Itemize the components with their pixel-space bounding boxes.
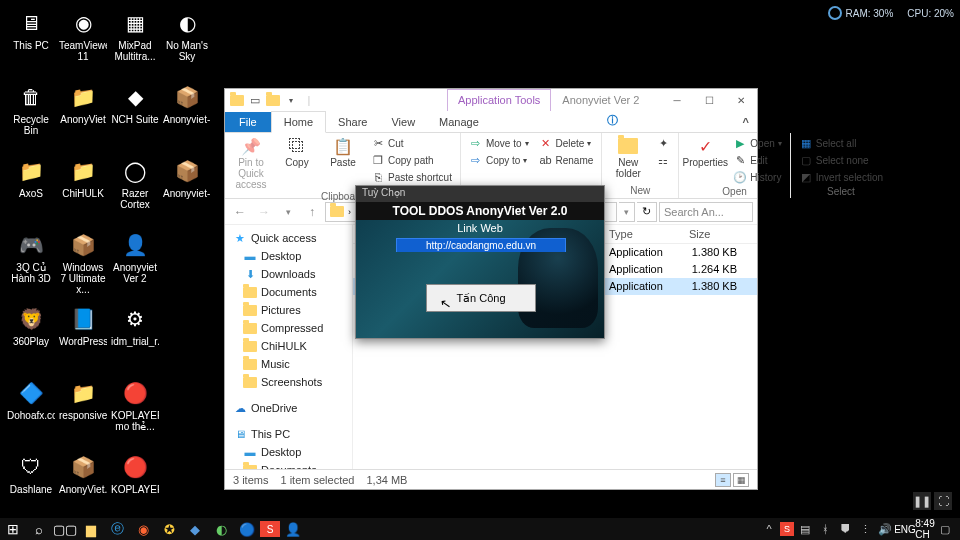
tray-sound-icon[interactable]: 🔊: [876, 518, 894, 540]
desktop-icon[interactable]: 📁AxoS: [6, 154, 56, 224]
up-button[interactable]: ↑: [301, 201, 323, 223]
task-app1[interactable]: ◉: [130, 518, 156, 540]
minimize-button[interactable]: ─: [661, 89, 693, 111]
open-button[interactable]: ▶Open ▾: [731, 135, 783, 151]
task-app3[interactable]: ◆: [182, 518, 208, 540]
qat-dropdown-icon[interactable]: ▾: [283, 92, 299, 108]
copy-button[interactable]: ⿻Copy: [277, 135, 317, 168]
tab-manage[interactable]: Manage: [427, 112, 491, 132]
tab-file[interactable]: File: [225, 112, 271, 132]
desktop-icon[interactable]: 🗑Recycle Bin: [6, 80, 56, 150]
tab-home[interactable]: Home: [271, 111, 326, 133]
nav-compressed[interactable]: Compressed: [225, 319, 352, 337]
tray-app-icon[interactable]: S: [780, 522, 794, 536]
tray-clock[interactable]: 8:49 CH: [916, 518, 934, 540]
forward-button[interactable]: →: [253, 201, 275, 223]
desktop-icon[interactable]: 📁ChiHULK: [58, 154, 108, 224]
start-button[interactable]: ⊞: [0, 518, 26, 540]
desktop-icon[interactable]: 🔴KOPLAYER mo thẻ...: [110, 376, 160, 446]
nav-quick[interactable]: ★Quick access: [225, 229, 352, 247]
nav-desktop2[interactable]: ▬Desktop: [225, 443, 352, 461]
nav-documents2[interactable]: Documents: [225, 461, 352, 469]
newfolder-button[interactable]: New folder: [608, 135, 648, 179]
newitem-button[interactable]: ✦: [654, 135, 672, 151]
history-button[interactable]: 🕑History: [731, 169, 783, 185]
desktop-icon[interactable]: 📦Windows 7 Ultimate x...: [58, 228, 108, 298]
nav-screenshots[interactable]: Screenshots: [225, 373, 352, 391]
task-app5[interactable]: S: [260, 521, 280, 537]
nav-onedrive[interactable]: ☁OneDrive: [225, 399, 352, 417]
tray-network-icon[interactable]: ▤: [796, 518, 814, 540]
desktop-icon[interactable]: 📁AnonyViet: [58, 80, 108, 150]
task-edge[interactable]: ⓔ: [104, 518, 130, 540]
delete-button[interactable]: ✕Delete ▾: [537, 135, 596, 151]
view-large-button[interactable]: ▦: [733, 473, 749, 487]
tray-bt-icon[interactable]: ᚼ: [816, 518, 834, 540]
selectall-button[interactable]: ▦Select all: [797, 135, 885, 151]
tool-window[interactable]: Tuỳ Chọn TOOL DDOS AnonyViet Ver 2.0 Lin…: [355, 185, 605, 339]
desktop-icon[interactable]: 🛡Dashlane: [6, 450, 56, 520]
context-tab-apptools[interactable]: Application Tools: [447, 89, 551, 111]
tab-share[interactable]: Share: [326, 112, 379, 132]
nav-chihulk[interactable]: ChiHULK: [225, 337, 352, 355]
nav-desktop[interactable]: ▬Desktop: [225, 247, 352, 265]
task-app4[interactable]: ◐: [208, 518, 234, 540]
moveto-button[interactable]: ⇨Move to ▾: [467, 135, 531, 151]
invert-button[interactable]: ◩Invert selection: [797, 169, 885, 185]
back-button[interactable]: ←: [229, 201, 251, 223]
task-tool[interactable]: 👤: [280, 518, 306, 540]
tray-up-icon[interactable]: ^: [760, 518, 778, 540]
cut-button[interactable]: ✂Cut: [369, 135, 454, 151]
titlebar[interactable]: ▭ ▾ | Application Tools Anonyviet Ver 2 …: [225, 89, 757, 111]
desktop-icon[interactable]: ⚙idm_trial_r...: [110, 302, 160, 372]
desktop-icon[interactable]: 📁responsive-...: [58, 376, 108, 446]
refresh-button[interactable]: ↻: [637, 202, 657, 222]
pause-button[interactable]: ❚❚: [913, 492, 931, 510]
desktop-icon[interactable]: 🎮3Q Củ Hành 3D: [6, 228, 56, 298]
tool-menu[interactable]: Tuỳ Chọn: [356, 186, 604, 202]
task-explorer[interactable]: ▆: [78, 518, 104, 540]
desktop-icon[interactable]: 🔷Dohoafx.co...: [6, 376, 56, 446]
desktop-icon[interactable]: ▦MixPad Multitra...: [110, 6, 160, 76]
desktop-icon[interactable]: 📦Anonyviet-...: [162, 154, 212, 224]
nav-thispc[interactable]: 🖥This PC: [225, 425, 352, 443]
copyto-button[interactable]: ⇨Copy to ▾: [467, 152, 531, 168]
desktop-icon[interactable]: ◯Razer Cortex: [110, 154, 160, 224]
tray-lang[interactable]: ENG: [896, 518, 914, 540]
col-type[interactable]: Type: [603, 225, 683, 243]
nav-pictures[interactable]: Pictures: [225, 301, 352, 319]
desktop-icon[interactable]: 📦AnonyViet...: [58, 450, 108, 520]
qat-new-icon[interactable]: [265, 92, 281, 108]
recent-button[interactable]: ▾: [277, 201, 299, 223]
task-chrome[interactable]: 🔵: [234, 518, 260, 540]
search-button[interactable]: ⌕: [26, 518, 52, 540]
desktop-icon[interactable]: 👤Anonyviet Ver 2: [110, 228, 160, 298]
qat-prop-icon[interactable]: ▭: [247, 92, 263, 108]
pin-button[interactable]: 📌Pin to Quick access: [231, 135, 271, 190]
collapse-ribbon-button[interactable]: ^: [735, 112, 757, 132]
tab-view[interactable]: View: [379, 112, 427, 132]
nav-music[interactable]: Music: [225, 355, 352, 373]
desktop-icon[interactable]: 🦁360Play: [6, 302, 56, 372]
url-input[interactable]: [397, 240, 565, 252]
desktop-icon[interactable]: 🖥This PC: [6, 6, 56, 76]
close-button[interactable]: ✕: [725, 89, 757, 111]
search-input[interactable]: Search An...: [659, 202, 753, 222]
edit-button[interactable]: ✎Edit: [731, 152, 783, 168]
properties-button[interactable]: ✓Properties: [685, 135, 725, 168]
pasteshort-button[interactable]: ⎘Paste shortcut: [369, 169, 454, 185]
selectnone-button[interactable]: ▢Select none: [797, 152, 885, 168]
tray-notifications-icon[interactable]: ▢: [936, 518, 954, 540]
maximize-button[interactable]: ☐: [693, 89, 725, 111]
desktop-icon[interactable]: 📘WordPress...: [58, 302, 108, 372]
desktop-icon[interactable]: ◐No Man's Sky: [162, 6, 212, 76]
desktop-icon[interactable]: ◆NCH Suite: [110, 80, 160, 150]
fullscreen-button[interactable]: ⛶: [934, 492, 952, 510]
desktop-icon[interactable]: ◉TeamViewer 11: [58, 6, 108, 76]
nav-documents[interactable]: Documents: [225, 283, 352, 301]
easyaccess-button[interactable]: ⚏: [654, 152, 672, 168]
tray-wifi-icon[interactable]: ⋮: [856, 518, 874, 540]
copypath-button[interactable]: ❐Copy path: [369, 152, 454, 168]
nav-downloads[interactable]: ⬇Downloads: [225, 265, 352, 283]
task-app2[interactable]: ✪: [156, 518, 182, 540]
